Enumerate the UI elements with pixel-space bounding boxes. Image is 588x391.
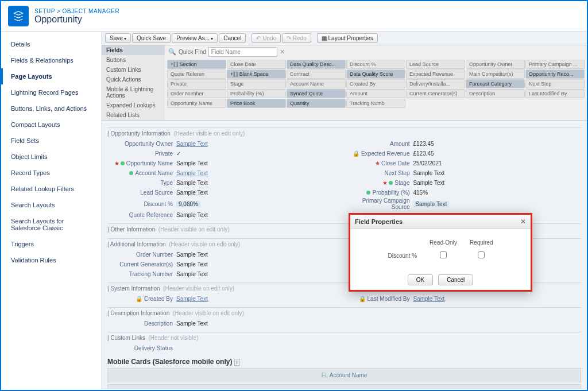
field-label: ★Close Date (345, 160, 413, 167)
ok-button[interactable]: OK (408, 274, 433, 285)
quickfind-input[interactable] (208, 47, 277, 57)
save-button[interactable]: Save (105, 33, 131, 43)
field-value[interactable]: Sample Text (176, 189, 208, 196)
field-value[interactable]: Sample Text (413, 170, 445, 176)
field-value[interactable]: Sample Text (176, 180, 208, 186)
sidebar-item-triggers[interactable]: Triggers (1, 236, 101, 252)
palette-field-chip[interactable]: Account Name (287, 79, 346, 88)
field-value[interactable]: Sample Text (176, 261, 208, 268)
palette-category[interactable]: Fields (102, 45, 165, 55)
palette-field-chip[interactable]: Delivery/Installa... (406, 79, 465, 88)
sidebar-item-lightning-record-pages[interactable]: Lightning Record Pages (1, 84, 101, 100)
sidebar-item-fields-relationships[interactable]: Fields & Relationships (1, 52, 101, 68)
modal-cancel-button[interactable]: Cancel (438, 274, 473, 285)
object-icon (8, 6, 29, 26)
field-value[interactable]: 25/02/2021 (413, 160, 442, 167)
palette-field-chip[interactable]: Probability (%) (227, 89, 286, 98)
undo-button[interactable]: ↶ Undo (252, 33, 281, 43)
field-value[interactable]: Sample Text (176, 271, 208, 277)
field-value[interactable]: ✓ (176, 150, 181, 157)
sidebar-item-field-sets[interactable]: Field Sets (1, 133, 101, 149)
field-label: 🔒Expected Revenue (345, 150, 413, 157)
palette-field-chip[interactable]: Tracking Numb (346, 99, 405, 108)
layout-properties-button[interactable]: ▦ Layout Properties (317, 33, 378, 43)
field-value[interactable]: Sample Text (413, 296, 445, 302)
palette-field-chip[interactable]: Data Quality Score (346, 69, 405, 79)
field-value[interactable]: Sample Text (176, 160, 208, 167)
palette-field-chip[interactable]: Next Step (525, 79, 585, 88)
field-label: Next Step (345, 170, 413, 176)
app-frame: SETUP > OBJECT MANAGER Opportunity Detai… (0, 0, 588, 391)
field-value[interactable]: £123.45 (413, 150, 434, 157)
sidebar-item-search-layouts[interactable]: Search Layouts (1, 197, 101, 213)
palette-field-chip[interactable]: Quantity (287, 99, 346, 108)
cancel-button[interactable]: Cancel (219, 33, 246, 43)
palette-field-chip[interactable]: Private (167, 79, 226, 88)
sidebar-item-validation-rules[interactable]: Validation Rules (1, 252, 101, 268)
palette-field-chip[interactable]: Opportunity Name (167, 99, 226, 108)
palette-category[interactable]: Mobile & Lightning Actions (102, 84, 165, 100)
palette-field-chip[interactable]: Order Number (167, 89, 226, 98)
field-value[interactable]: 415% (413, 189, 428, 196)
quicksave-button[interactable]: Quick Save (132, 33, 171, 43)
field-value[interactable]: Sample Text (176, 212, 208, 218)
field-value[interactable]: Sample Text (176, 141, 208, 147)
field-value[interactable]: 9,060% (176, 201, 200, 207)
palette-field-chip[interactable]: Last Modified By (525, 89, 585, 98)
field-value[interactable]: Sample Text (413, 180, 445, 186)
mobile-card[interactable]: EL Account Name (107, 368, 581, 382)
palette-field-chip[interactable]: Created By (346, 79, 405, 88)
readonly-checkbox[interactable] (440, 251, 447, 258)
field-value[interactable]: £123.45 (413, 141, 434, 147)
palette-field-chip[interactable]: +⟦⟧ Blank Space (227, 69, 286, 79)
palette-field-chip[interactable]: Synced Quote (287, 89, 346, 98)
palette-category[interactable]: Buttons (102, 55, 165, 65)
palette-field-chip[interactable]: Opportunity Owner (466, 60, 525, 69)
mobile-cards-header: Mobile Cards (Salesforce mobile only) i (107, 353, 581, 368)
palette-field-chip[interactable]: Stage (227, 79, 286, 88)
redo-button[interactable]: ↷ Redo (282, 33, 311, 43)
field-value[interactable]: Sample Text (176, 296, 208, 302)
field-value[interactable]: Sample Text (176, 170, 208, 176)
palette-category[interactable]: Related Lists (102, 110, 165, 120)
palette-field-chip[interactable]: Main Competitor(s) (466, 69, 525, 79)
sidebar-item-page-layouts[interactable]: Page Layouts (1, 68, 101, 84)
palette-field-chip[interactable]: Data Quality Desc... (287, 60, 346, 69)
field-value[interactable]: Sample Text (176, 251, 208, 258)
sidebar-item-compact-layouts[interactable]: Compact Layouts (1, 117, 101, 133)
palette-field-chip[interactable]: Price Book (227, 99, 286, 108)
search-icon: 🔍 (168, 48, 176, 56)
palette-category[interactable]: Quick Actions (102, 75, 165, 84)
palette-field-chip[interactable]: Contract (287, 69, 346, 79)
palette-field-chip[interactable]: Forecast Category (466, 79, 525, 88)
palette-field-chip[interactable]: Discount % (346, 60, 405, 69)
preview-button[interactable]: Preview As... (172, 33, 218, 43)
close-icon[interactable]: ✕ (520, 218, 526, 226)
clear-icon[interactable]: ✕ (280, 48, 285, 56)
palette-field-chip[interactable]: +⟦⟧ Section (167, 60, 226, 69)
palette-field-chip[interactable]: Description (466, 89, 525, 98)
palette-field-chip[interactable]: Opportunity Reco... (525, 69, 585, 79)
sidebar-item-object-limits[interactable]: Object Limits (1, 149, 101, 165)
palette-field-chip[interactable]: Expected Revenue (406, 69, 465, 79)
palette-field-chip[interactable]: Lead Source (406, 60, 465, 69)
breadcrumb[interactable]: SETUP > OBJECT MANAGER (34, 8, 119, 14)
sidebar-item-details[interactable]: Details (1, 36, 101, 52)
palette-field-chip[interactable]: Current Generator(s) (406, 89, 465, 98)
sidebar-item-record-types[interactable]: Record Types (1, 165, 101, 181)
mobile-card[interactable]: EL Opportunity Owner (107, 384, 581, 389)
field-value[interactable]: Sample Text (413, 201, 450, 207)
sidebar-item-buttons-links-and-actions[interactable]: Buttons, Links, and Actions (1, 100, 101, 117)
palette-field-chip[interactable]: Close Date (227, 60, 286, 69)
sidebar-item-search-layouts-for-salesforce-classic[interactable]: Search Layouts for Salesforce Classic (1, 213, 101, 236)
sidebar-item-related-lookup-filters[interactable]: Related Lookup Filters (1, 181, 101, 197)
palette-field-chip[interactable]: Primary Campaign ... (525, 60, 585, 69)
palette-field-chip[interactable]: Quote Referen (167, 69, 226, 79)
palette-field-chip[interactable]: Amount (346, 89, 405, 98)
field-value[interactable]: Sample Text (176, 320, 208, 327)
palette-category[interactable]: Expanded Lookups (102, 100, 165, 110)
quickfind-label: Quick Find (179, 49, 206, 55)
required-checkbox[interactable] (478, 251, 485, 258)
field-label: Account Name (107, 170, 176, 176)
palette-category[interactable]: Custom Links (102, 65, 165, 75)
